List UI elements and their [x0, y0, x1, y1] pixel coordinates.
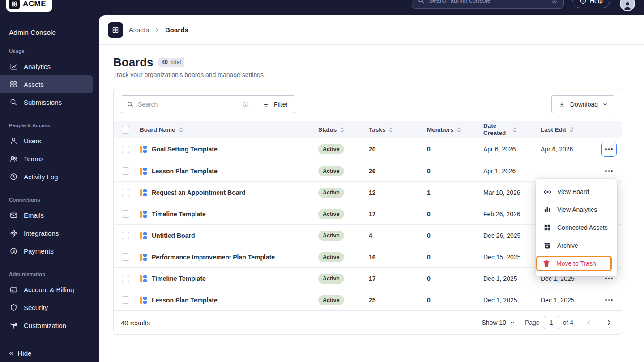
filter-label: Filter [274, 101, 288, 108]
sidebar-item-assets[interactable]: Assets [0, 75, 93, 93]
admin-search-input[interactable] [429, 0, 547, 4]
sidebar: ACME Admin Console Usage Analytics Asset… [0, 0, 99, 362]
menu-item-connected-assets[interactable]: Connected Assets [536, 219, 617, 237]
menu-item-move-to-trash[interactable]: Move to Trash [536, 256, 612, 271]
column-board-name: Board Name [140, 126, 175, 133]
acme-logo[interactable]: ACME [6, 0, 52, 12]
date-created: Dec 15, 2025 [483, 246, 541, 267]
topbar: ? Help [99, 0, 644, 15]
collapse-chevrons-icon: « [9, 349, 13, 358]
row-checkbox[interactable] [122, 210, 129, 218]
download-icon [558, 101, 566, 108]
sidebar-item-analytics[interactable]: Analytics [0, 57, 93, 75]
sort-icon[interactable] [456, 126, 461, 133]
page-number-input[interactable] [544, 316, 559, 329]
board-icon [140, 146, 147, 153]
board-name[interactable]: Timeline Template [152, 211, 206, 218]
status-badge: Active [318, 188, 344, 198]
menu-item-archive[interactable]: Archive [536, 237, 617, 254]
table-search-input[interactable] [138, 101, 238, 108]
row-checkbox[interactable] [122, 253, 129, 261]
table-row[interactable]: Lesson Plan Template Active 26 0 Apr 1, … [114, 160, 622, 181]
row-checkbox[interactable] [122, 167, 129, 175]
menu-item-view-analytics[interactable]: View Analytics [536, 201, 617, 219]
sidebar-item-payments[interactable]: $ Payments [0, 242, 93, 260]
table-row[interactable]: Goal Setting Template Active 20 0 Apr 6,… [114, 138, 622, 160]
row-actions-button[interactable] [601, 164, 617, 179]
sidebar-item-emails[interactable]: Emails [0, 206, 93, 224]
board-name[interactable]: Performance Improvement Plan Template [152, 254, 275, 261]
row-checkbox[interactable] [122, 275, 129, 282]
board-icon [140, 189, 147, 196]
board-icon [140, 254, 147, 261]
info-icon[interactable] [551, 0, 558, 4]
sidebar-item-label: Customization [24, 322, 66, 329]
sidebar-item-users[interactable]: Users [0, 132, 93, 150]
board-name[interactable]: Request an Appointment Board [152, 189, 246, 196]
sidebar-item-integrations[interactable]: Integrations [0, 224, 93, 242]
sort-icon[interactable] [512, 126, 517, 133]
previous-page-button[interactable] [583, 317, 594, 328]
sort-icon[interactable] [179, 126, 183, 133]
row-actions-button[interactable] [601, 293, 617, 308]
admin-search[interactable] [412, 0, 564, 9]
board-name[interactable]: Lesson Plan Template [152, 168, 218, 175]
page-title: Boards [113, 56, 154, 69]
board-name[interactable]: Goal Setting Template [152, 146, 218, 153]
select-all-checkbox[interactable] [122, 126, 129, 134]
board-icon [140, 211, 147, 218]
avatar[interactable] [620, 0, 635, 11]
row-checkbox[interactable] [122, 146, 129, 153]
sidebar-item-submissions[interactable]: Submissions [0, 93, 93, 111]
row-checkbox[interactable] [122, 232, 129, 239]
users-icon [9, 136, 18, 145]
page-size-label: Show 10 [482, 319, 506, 326]
sidebar-item-label: Account & Billing [24, 286, 74, 293]
table-row[interactable]: Lesson Plan Template Active 25 0 Dec 1, … [114, 289, 622, 310]
board-name[interactable]: Timeline Template [152, 275, 206, 282]
row-checkbox[interactable] [122, 296, 129, 304]
section-label-usage: Usage [9, 48, 99, 54]
assets-app-icon[interactable] [108, 22, 123, 38]
board-icon [140, 168, 147, 175]
chevron-right-icon [606, 319, 613, 326]
sidebar-item-customization[interactable]: Customization [0, 316, 93, 334]
board-name[interactable]: Lesson Plan Template [152, 297, 218, 304]
sidebar-item-account-billing[interactable]: Account & Billing [0, 280, 93, 298]
last-edit: Apr 6, 2026 [541, 138, 596, 160]
status-badge: Active [318, 274, 344, 284]
column-last-edit: Last Edit [541, 126, 566, 133]
sidebar-item-teams[interactable]: Teams [0, 150, 93, 168]
download-button[interactable]: Download [551, 95, 614, 113]
info-icon[interactable] [242, 101, 249, 108]
sidebar-item-activity-log[interactable]: Activity Log [0, 168, 93, 185]
sort-icon[interactable] [340, 126, 345, 133]
row-actions-button[interactable] [601, 142, 617, 157]
tasks-count: 17 [369, 203, 427, 224]
column-status: Status [318, 126, 337, 133]
last-edit [541, 160, 596, 181]
row-checkbox[interactable] [122, 189, 129, 196]
breadcrumb-parent[interactable]: Assets [129, 26, 149, 34]
hide-sidebar-button[interactable]: « Hide [9, 349, 31, 358]
page-size-dropdown[interactable]: Show 10 [482, 319, 515, 326]
section-label-people-access: People & Access [9, 123, 99, 128]
sidebar-item-label: Activity Log [24, 173, 58, 181]
members-count: 0 [427, 203, 483, 224]
grid-icon [543, 224, 552, 232]
board-icon [140, 232, 147, 239]
menu-item-view-board[interactable]: View Board [536, 183, 617, 201]
row-context-menu: View Board View Analytics Connected Asse… [536, 179, 617, 276]
table-search[interactable] [121, 95, 255, 113]
account-billing-icon [9, 285, 18, 294]
filter-button[interactable]: Filter [255, 95, 295, 113]
sort-icon[interactable] [388, 126, 393, 133]
sidebar-item-security[interactable]: Security [0, 298, 93, 316]
help-button[interactable]: ? Help [572, 0, 610, 8]
sort-icon[interactable] [569, 126, 574, 133]
next-page-button[interactable] [604, 317, 614, 328]
tasks-count: 16 [369, 246, 427, 267]
menu-item-label: View Analytics [557, 206, 597, 213]
admin-console-screen: ACME Admin Console Usage Analytics Asset… [0, 0, 644, 362]
board-name[interactable]: Untitled Board [152, 232, 195, 239]
